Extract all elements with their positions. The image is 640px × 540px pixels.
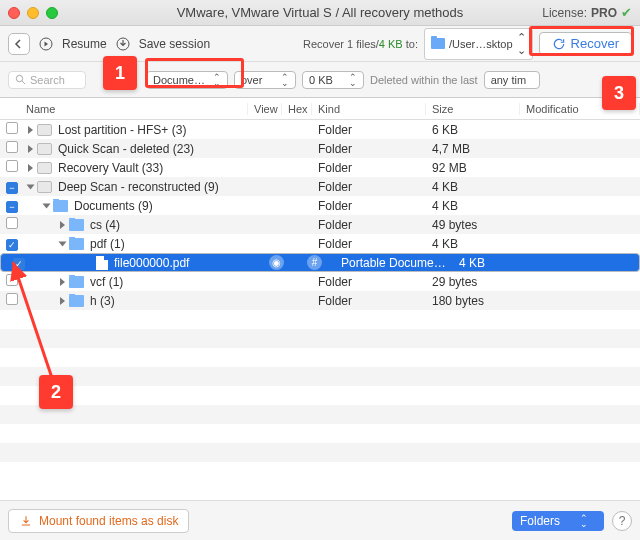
- row-label: pdf (1): [90, 237, 125, 251]
- destination-path-label: /User…sktop: [449, 38, 513, 50]
- view-mode-select[interactable]: Folders⌃⌄: [512, 511, 604, 531]
- row-size: 49 bytes: [426, 218, 520, 232]
- folder-icon: [69, 295, 84, 307]
- row-checkbox[interactable]: [6, 141, 18, 153]
- row-checkbox[interactable]: [6, 160, 18, 172]
- search-placeholder: Search: [30, 74, 65, 86]
- disclosure-triangle-icon[interactable]: [43, 203, 51, 208]
- folder-icon: [431, 38, 445, 49]
- search-input[interactable]: Search: [8, 71, 86, 89]
- table-row[interactable]: [0, 424, 640, 443]
- play-icon[interactable]: [36, 34, 56, 54]
- table-row[interactable]: −Deep Scan - reconstructed (9)Folder4 KB: [0, 177, 640, 196]
- table-row[interactable]: [0, 386, 640, 405]
- row-size: 4 KB: [426, 199, 520, 213]
- row-kind: Folder: [312, 161, 426, 175]
- row-size: 4 KB: [453, 256, 547, 270]
- drive-icon: [37, 162, 52, 174]
- size-filter-select[interactable]: 0 KB⌃⌄: [302, 71, 364, 89]
- folder-icon: [69, 276, 84, 288]
- table-row[interactable]: [0, 443, 640, 462]
- back-button[interactable]: [8, 33, 30, 55]
- table-row[interactable]: h (3)Folder180 bytes: [0, 291, 640, 310]
- resume-button[interactable]: Resume: [62, 37, 107, 51]
- callout-3: 3: [602, 76, 636, 110]
- row-kind: Folder: [312, 199, 426, 213]
- row-size: 4,7 MB: [426, 142, 520, 156]
- row-kind: Folder: [312, 123, 426, 137]
- table-row[interactable]: Recovery Vault (33)Folder92 MB: [0, 158, 640, 177]
- row-checkbox[interactable]: ✓: [6, 239, 18, 251]
- preview-icon[interactable]: ◉: [269, 255, 284, 270]
- table-row[interactable]: ✓file000000.pdf◉#Portable Docume…4 KB: [0, 253, 640, 272]
- disclosure-triangle-icon[interactable]: [28, 164, 33, 172]
- column-view[interactable]: View: [248, 103, 282, 115]
- table-row[interactable]: vcf (1)Folder29 bytes: [0, 272, 640, 291]
- disclosure-triangle-icon[interactable]: [28, 126, 33, 134]
- window-title: VMware, VMware Virtual S / All recovery …: [177, 5, 464, 20]
- row-kind: Folder: [312, 180, 426, 194]
- column-kind[interactable]: Kind: [312, 103, 426, 115]
- table-row[interactable]: [0, 310, 640, 329]
- row-kind: Portable Docume…: [335, 256, 449, 270]
- row-checkbox[interactable]: −: [6, 182, 18, 194]
- row-size: 4 KB: [426, 180, 520, 194]
- mount-items-label: Mount found items as disk: [39, 514, 178, 528]
- titlebar: VMware, VMware Virtual S / All recovery …: [0, 0, 640, 26]
- row-checkbox[interactable]: −: [6, 201, 18, 213]
- disclosure-triangle-icon[interactable]: [27, 184, 35, 189]
- row-size: 92 MB: [426, 161, 520, 175]
- svg-line-3: [13, 262, 52, 378]
- table-row[interactable]: −Documents (9)Folder4 KB: [0, 196, 640, 215]
- footer-bar: Mount found items as disk Folders⌃⌄ ?: [0, 500, 640, 540]
- row-size: 4 KB: [426, 237, 520, 251]
- table-row[interactable]: [0, 367, 640, 386]
- row-kind: Folder: [312, 237, 426, 251]
- license-label: License:: [542, 6, 587, 20]
- check-icon: ✔: [621, 5, 632, 20]
- table-row[interactable]: [0, 405, 640, 424]
- row-checkbox[interactable]: [6, 217, 18, 229]
- hex-icon[interactable]: #: [307, 255, 322, 270]
- save-session-button[interactable]: Save session: [139, 37, 210, 51]
- save-icon[interactable]: [113, 34, 133, 54]
- row-checkbox[interactable]: [6, 122, 18, 134]
- search-icon: [15, 74, 26, 85]
- callout-2: 2: [39, 375, 73, 409]
- minimize-window-button[interactable]: [27, 7, 39, 19]
- row-label: cs (4): [90, 218, 120, 232]
- destination-path-button[interactable]: /User…sktop ⌃⌄: [424, 28, 533, 60]
- highlight-box-1: [145, 58, 244, 88]
- license-level: PRO: [591, 6, 617, 20]
- row-label: Deep Scan - reconstructed (9): [58, 180, 219, 194]
- row-label: Quick Scan - deleted (23): [58, 142, 194, 156]
- table-row[interactable]: [0, 329, 640, 348]
- column-hex[interactable]: Hex: [282, 103, 312, 115]
- table-row[interactable]: ✓pdf (1)Folder4 KB: [0, 234, 640, 253]
- close-window-button[interactable]: [8, 7, 20, 19]
- table-row[interactable]: Lost partition - HFS+ (3)Folder6 KB: [0, 120, 640, 139]
- table-row[interactable]: [0, 348, 640, 367]
- folder-icon: [69, 238, 84, 250]
- column-name[interactable]: Name: [20, 103, 248, 115]
- arrow-annotation: [7, 256, 63, 386]
- row-kind: Folder: [312, 275, 426, 289]
- column-size[interactable]: Size: [426, 103, 520, 115]
- file-tree[interactable]: Lost partition - HFS+ (3)Folder6 KBQuick…: [0, 120, 640, 470]
- table-row[interactable]: cs (4)Folder49 bytes: [0, 215, 640, 234]
- recover-summary: Recover 1 files/4 KB to:: [303, 38, 418, 50]
- row-size: 29 bytes: [426, 275, 520, 289]
- time-filter-select[interactable]: any tim: [484, 71, 540, 89]
- row-label: h (3): [90, 294, 115, 308]
- mount-items-button[interactable]: Mount found items as disk: [8, 509, 189, 533]
- disclosure-triangle-icon[interactable]: [60, 221, 65, 229]
- folder-icon: [69, 219, 84, 231]
- help-button[interactable]: ?: [612, 511, 632, 531]
- drive-icon: [37, 181, 52, 193]
- zoom-window-button[interactable]: [46, 7, 58, 19]
- table-row[interactable]: Quick Scan - deleted (23)Folder4,7 MB: [0, 139, 640, 158]
- disclosure-triangle-icon[interactable]: [59, 241, 67, 246]
- drive-icon: [37, 143, 52, 155]
- license-status: License: PRO ✔: [542, 5, 632, 20]
- disclosure-triangle-icon[interactable]: [28, 145, 33, 153]
